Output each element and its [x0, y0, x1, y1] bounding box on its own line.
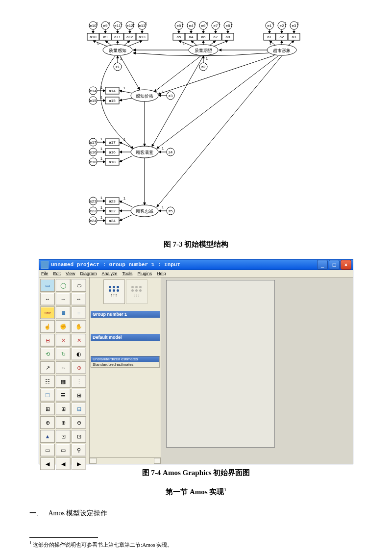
menu-edit[interactable]: Edit [53, 271, 61, 276]
svg-line-76 [213, 41, 228, 47]
tool-save-icon[interactable]: ⊟ [72, 403, 86, 415]
estimates-std[interactable]: Standardized estimates [91, 362, 159, 367]
model-selector[interactable]: Default model [91, 334, 160, 341]
close-button[interactable]: × [341, 260, 351, 270]
tool-mg2-icon[interactable]: ⊡ [72, 430, 86, 443]
minimize-button[interactable]: _ [317, 260, 328, 270]
tool-grid2-icon[interactable]: ▦ [56, 375, 71, 388]
svg-text:1: 1 [194, 21, 196, 25]
svg-text:1: 1 [100, 215, 103, 220]
menu-plugins[interactable]: Plugins [137, 271, 152, 276]
tool-search-icon[interactable]: ⚲ [72, 444, 86, 456]
tool-move-icon[interactable]: ↗ [40, 361, 55, 374]
tool-zoomout-icon[interactable]: ⊖ [72, 416, 86, 429]
svg-line-30 [93, 41, 108, 47]
tool-grid3-icon[interactable]: ⋮ [72, 375, 86, 388]
panel-scrollbar[interactable] [90, 457, 161, 464]
maximize-button[interactable]: □ [329, 260, 340, 270]
canvas-area[interactable] [161, 278, 353, 464]
menu-help[interactable]: Help [157, 271, 166, 276]
tool-redo-icon[interactable]: ↻ [56, 348, 71, 360]
tool-undo-icon[interactable]: ⟲ [40, 348, 55, 360]
model-view-icon[interactable]: ↑↑↑ [103, 279, 125, 304]
svg-text:1: 1 [162, 205, 164, 209]
tool-grid1-icon[interactable]: ☷ [40, 375, 55, 388]
tool-first-icon[interactable]: ◀ [56, 457, 71, 470]
menu-diagram[interactable]: Diagram [80, 271, 97, 276]
tool-ellipse-icon[interactable]: ◯ [56, 279, 71, 292]
tool-out1-icon[interactable]: ⊞ [40, 403, 55, 415]
tool-doublearrow-icon[interactable]: ↔ [72, 293, 86, 305]
tool-list2-icon[interactable]: ≡ [72, 306, 86, 319]
svg-text:a1: a1 [268, 35, 272, 39]
tool-cov-icon[interactable]: ↔ [40, 293, 55, 305]
footnote-separator [29, 537, 98, 538]
svg-text:z2: z2 [201, 65, 206, 69]
svg-text:e22: e22 [90, 209, 97, 213]
svg-text:e9: e9 [103, 24, 108, 28]
svg-text:1: 1 [231, 21, 233, 25]
menu-file[interactable]: File [41, 271, 49, 276]
tool-analysis-icon[interactable]: ☰ [56, 389, 71, 402]
tool-selectall-icon[interactable]: ✊ [56, 320, 71, 333]
svg-text:1: 1 [219, 21, 221, 25]
svg-text:1: 1 [272, 21, 275, 25]
tool-del1-icon[interactable]: ✕ [56, 334, 71, 347]
tool-del2-icon[interactable]: ✕ [72, 334, 86, 347]
tool-calc-icon[interactable]: ⊞ [72, 389, 86, 402]
svg-text:e7: e7 [214, 24, 218, 28]
tool-print-icon[interactable]: ▭ [40, 444, 55, 456]
tool-resize-icon[interactable]: ↔ [56, 361, 71, 374]
tool-dup-icon[interactable]: ⊟ [40, 334, 55, 347]
svg-line-34 [127, 41, 142, 47]
svg-text:1: 1 [183, 42, 185, 46]
group-selector[interactable]: Group number 1 [91, 311, 160, 318]
svg-text:a12: a12 [126, 35, 133, 39]
svg-text:a22: a22 [109, 209, 116, 213]
tool-latent-icon[interactable]: ⬭ [72, 279, 86, 292]
svg-line-123 [120, 98, 132, 101]
amos-window: Unnamed project : Group number 1 : Input… [39, 259, 353, 464]
tool-zoom-icon[interactable]: ⊕ [56, 416, 71, 429]
tool-path-icon[interactable]: → [56, 293, 71, 305]
svg-text:1: 1 [100, 156, 103, 161]
tool-prop-icon[interactable]: ⊕ [72, 361, 86, 374]
menu-tools[interactable]: Tools [122, 271, 132, 276]
svg-text:1: 1 [97, 42, 99, 46]
tool-deselect-icon[interactable]: ✋ [72, 320, 86, 333]
tool-select-icon[interactable]: ☝ [40, 320, 55, 333]
svg-text:a8: a8 [226, 35, 230, 39]
output-view-icon[interactable]: ↓↓↓ [126, 279, 147, 304]
svg-text:1: 1 [108, 21, 111, 25]
estimates-unstd[interactable]: Unstandardized estimates [91, 356, 159, 362]
svg-text:感知价格: 感知价格 [136, 94, 153, 99]
tool-rot-icon[interactable]: ◐ [72, 348, 86, 360]
tool-prev-icon[interactable]: ◀ [40, 457, 55, 470]
svg-text:e15: e15 [90, 99, 97, 103]
svg-text:e16: e16 [90, 150, 97, 154]
tool-out2-icon[interactable]: ⊞ [56, 403, 71, 415]
svg-text:e3: e3 [292, 24, 296, 28]
estimates-list[interactable]: Unstandardized estimates Standardized es… [91, 356, 160, 368]
tool-bayes-icon[interactable]: ▲ [40, 430, 55, 443]
tool-next-icon[interactable]: ▶ [72, 457, 86, 470]
canvas-page[interactable] [166, 280, 275, 448]
svg-text:1: 1 [100, 147, 103, 151]
tool-list1-icon[interactable]: ≣ [56, 306, 71, 319]
sem-svg: e10 e9 e11 e12 e13 1 1 1 1 1 a10 a9 a11 … [59, 20, 333, 230]
svg-text:1: 1 [162, 146, 164, 151]
svg-text:1: 1 [297, 21, 299, 25]
tool-mg1-icon[interactable]: ⊡ [56, 430, 71, 443]
menu-analyze[interactable]: Analyze [101, 271, 117, 276]
tool-data-icon[interactable]: ☐ [40, 389, 55, 402]
tool-page-icon[interactable]: ▭ [56, 444, 71, 456]
svg-text:1: 1 [96, 21, 98, 25]
tool-zoomin-icon[interactable]: ⊕ [40, 416, 55, 429]
menu-view[interactable]: View [66, 271, 75, 276]
tool-title-icon[interactable]: Title [40, 306, 55, 319]
svg-text:1: 1 [100, 196, 103, 200]
tool-rect-icon[interactable]: ▭ [40, 279, 55, 292]
middle-panel: ↑↑↑ ↓↓↓ Group number 1 Default model Uns… [90, 278, 161, 464]
svg-text:超市形象: 超市形象 [273, 48, 291, 53]
svg-line-194 [157, 56, 282, 207]
